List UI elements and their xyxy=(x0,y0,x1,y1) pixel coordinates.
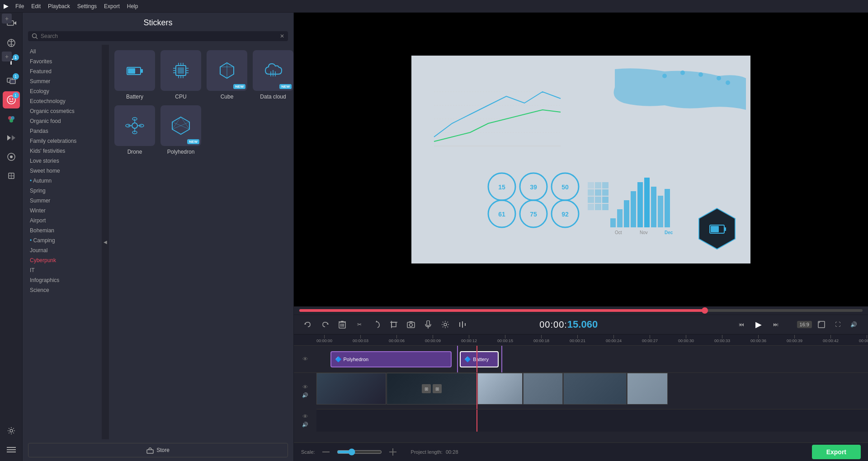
volume-button[interactable]: 🔊 xyxy=(847,318,861,331)
fullscreen-button[interactable]: ⛶ xyxy=(831,318,844,331)
scale-slider[interactable] xyxy=(337,448,382,456)
sticker-thumb-battery xyxy=(114,50,155,91)
video-track-mute[interactable]: 🔊 xyxy=(302,392,308,398)
seekbar[interactable] xyxy=(299,309,863,312)
svg-point-66 xyxy=(698,72,703,77)
add-audio-track-button[interactable]: + xyxy=(2,52,12,61)
category-item-ecotechnology[interactable]: Ecotechnology xyxy=(23,96,102,106)
category-item-ecology[interactable]: Ecology xyxy=(23,86,102,96)
category-item-winter[interactable]: Winter xyxy=(23,206,102,216)
menu-help[interactable]: Help xyxy=(127,3,138,9)
category-item-sweet-home[interactable]: Sweet home xyxy=(23,166,102,176)
stickers-search-input[interactable] xyxy=(41,33,280,39)
category-item-pandas[interactable]: Pandas xyxy=(23,126,102,136)
category-item-it[interactable]: IT xyxy=(23,265,102,275)
menu-edit[interactable]: Edit xyxy=(31,3,41,9)
skip-back-button[interactable]: ⏮ xyxy=(735,318,748,331)
cut-button[interactable]: ✂ xyxy=(353,318,366,331)
category-item-autumn[interactable]: Autumn xyxy=(23,176,102,186)
tool-settings[interactable] xyxy=(3,422,20,439)
search-clear-icon[interactable]: ✕ xyxy=(280,33,284,39)
snapshot-button[interactable] xyxy=(404,318,418,331)
add-video-track-button[interactable]: + xyxy=(2,14,12,24)
tool-audio[interactable] xyxy=(3,148,20,165)
sticker-thumb-cube: NEW xyxy=(207,50,247,91)
category-item-kids'-festivities[interactable]: Kids' festivities xyxy=(23,146,102,156)
record-button[interactable] xyxy=(421,318,435,331)
tool-transitions[interactable] xyxy=(3,129,20,146)
rotate-button[interactable] xyxy=(370,318,383,331)
stickers-badge: 1 xyxy=(13,92,19,99)
fit-window-button[interactable] xyxy=(815,318,828,331)
redo-button[interactable] xyxy=(318,318,332,331)
store-button[interactable]: Store xyxy=(28,443,288,457)
polyhedron-clip[interactable]: 🔷 Polyhedron xyxy=(330,351,452,367)
tool-crop[interactable] xyxy=(3,167,20,184)
settings-gear-button[interactable] xyxy=(439,318,452,331)
svg-rect-91 xyxy=(644,178,650,227)
category-item-summer[interactable]: Summer xyxy=(23,76,102,86)
category-item-family-celebrations[interactable]: Family celebrations xyxy=(23,136,102,146)
svg-point-67 xyxy=(717,76,721,80)
category-item-cyberpunk[interactable]: Cyberpunk xyxy=(23,255,102,265)
overlay-badge: 1 xyxy=(13,73,19,80)
sticker-item-data-cloud[interactable]: NEWData cloud xyxy=(253,50,293,100)
menu-export[interactable]: Export xyxy=(104,3,120,9)
category-item-all[interactable]: All xyxy=(23,47,102,56)
category-item-organic-cosmetics[interactable]: Organic cosmetics xyxy=(23,106,102,116)
category-item-featured[interactable]: Featured xyxy=(23,66,102,76)
category-item-love-stories[interactable]: Love stories xyxy=(23,156,102,166)
play-pause-button[interactable]: ▶ xyxy=(752,318,765,331)
battery-clip[interactable]: 🔷 Battery xyxy=(460,351,498,367)
category-item-favorites[interactable]: Favorites xyxy=(23,56,102,66)
menu-settings[interactable]: Settings xyxy=(77,3,97,9)
category-item-bohemian[interactable]: Bohemian xyxy=(23,226,102,235)
svg-rect-29 xyxy=(178,67,184,74)
category-item-science[interactable]: Science xyxy=(23,285,102,295)
svg-rect-89 xyxy=(631,191,636,227)
sticker-item-polyhedron[interactable]: NEWPolyhedron xyxy=(160,105,201,155)
category-item-spring[interactable]: Spring xyxy=(23,186,102,196)
svg-text:15: 15 xyxy=(498,183,505,191)
video-track-eye[interactable]: 👁 xyxy=(302,384,308,390)
svg-text:Nov: Nov xyxy=(640,230,648,235)
right-area: 15 39 50 61 75 92 xyxy=(294,13,868,461)
menu-file[interactable]: File xyxy=(15,3,24,9)
category-item-journal[interactable]: Journal xyxy=(23,245,102,255)
svg-text:92: 92 xyxy=(561,211,569,218)
svg-text:Dec: Dec xyxy=(665,230,673,235)
delete-button[interactable] xyxy=(335,318,349,331)
skip-forward-button[interactable]: ⏭ xyxy=(769,318,783,331)
audio-track-mute[interactable]: 🔊 xyxy=(302,422,308,428)
export-button[interactable]: Export xyxy=(812,445,861,459)
svg-rect-103 xyxy=(602,189,609,196)
sticker-item-cube[interactable]: NEWCube xyxy=(207,50,247,100)
menu-playback[interactable]: Playback xyxy=(48,3,70,9)
sticker-track-eye[interactable]: 👁 xyxy=(302,356,308,362)
tool-overlay[interactable]: 1 xyxy=(3,72,20,89)
svg-point-7 xyxy=(9,99,10,100)
ruler-tick-3: 00:00:09 xyxy=(425,335,441,343)
category-item-infographics[interactable]: Infographics xyxy=(23,275,102,285)
category-item-organic-food[interactable]: Organic food xyxy=(23,116,102,126)
video-thumb-4 xyxy=(523,373,563,405)
tool-stickers[interactable]: 1 xyxy=(3,91,20,108)
crop-tool-button[interactable] xyxy=(387,318,401,331)
category-item-airport[interactable]: Airport xyxy=(23,216,102,226)
seekbar-thumb[interactable] xyxy=(702,307,708,314)
sticker-label: Cube xyxy=(221,94,234,100)
category-item-summer[interactable]: Summer xyxy=(23,196,102,206)
sidebar-collapse-btn[interactable]: ◀ xyxy=(102,45,109,439)
audio-settings-button[interactable] xyxy=(456,318,469,331)
sticker-item-drone[interactable]: Drone xyxy=(114,105,155,155)
undo-button[interactable] xyxy=(301,318,315,331)
new-badge: NEW xyxy=(279,84,292,89)
category-item-camping[interactable]: Camping xyxy=(23,235,102,245)
svg-marker-122 xyxy=(376,320,377,322)
tool-color[interactable] xyxy=(3,110,20,127)
sticker-item-cpu[interactable]: CPU xyxy=(160,50,201,100)
sticker-item-battery[interactable]: Battery xyxy=(114,50,155,100)
ruler-tick-6: 00:00:18 xyxy=(533,335,549,343)
audio-track-eye[interactable]: 👁 xyxy=(302,413,308,420)
tool-menu[interactable] xyxy=(3,441,20,458)
